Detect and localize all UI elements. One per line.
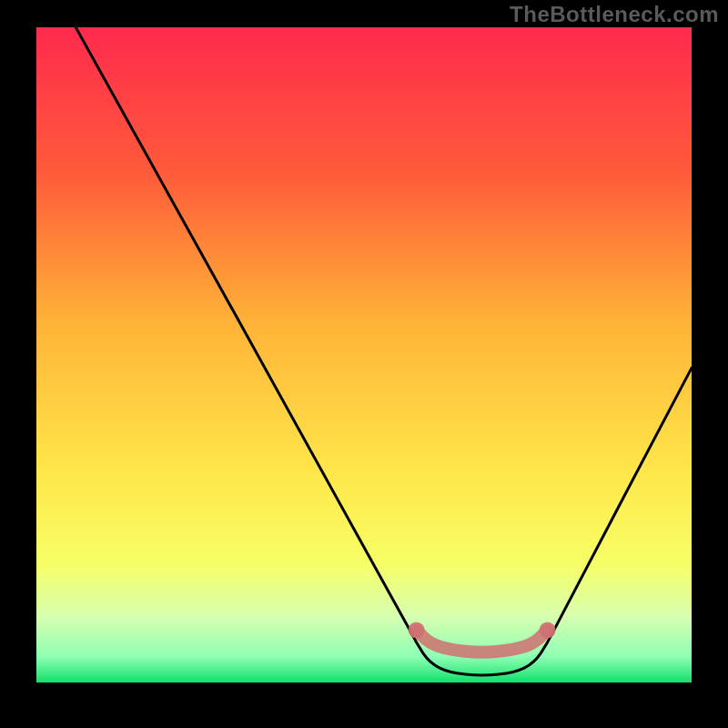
flat-band-endpoint <box>540 622 556 638</box>
gradient-bg <box>36 27 692 682</box>
plot-area <box>36 27 692 682</box>
watermark-text: TheBottleneck.com <box>510 2 719 27</box>
flat-band-endpoint <box>409 622 425 638</box>
chart-svg <box>36 27 692 682</box>
chart-frame: TheBottleneck.com <box>0 0 728 728</box>
